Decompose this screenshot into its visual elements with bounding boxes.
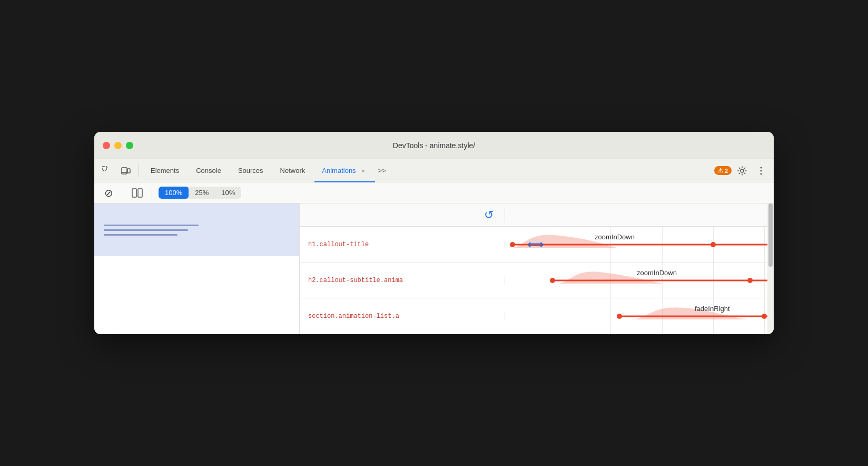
preview-animation [104, 225, 199, 236]
tab-more-button[interactable]: >> [378, 167, 386, 174]
pause-icon: ⊘ [104, 187, 113, 199]
svg-point-6 [741, 169, 744, 172]
tab-bar: Elements Console Sources Network Animati… [94, 159, 774, 182]
anim-dot-2a [550, 278, 555, 283]
anim-line-2 [551, 279, 768, 281]
tab-divider-1 [139, 164, 139, 177]
svg-point-9 [761, 173, 762, 174]
preview-line-1 [104, 225, 199, 226]
close-button[interactable] [103, 142, 110, 149]
anim-dot-1b [711, 242, 716, 247]
svg-rect-3 [122, 168, 127, 174]
toolbar-divider-1 [123, 188, 123, 198]
warning-badge[interactable]: ⚠ 2 [714, 166, 732, 175]
device-toggle-button[interactable] [117, 162, 134, 179]
replay-icon: ↺ [484, 208, 494, 222]
title-bar: DevTools - animate.style/ [94, 132, 774, 159]
scrollbar-thumb[interactable] [768, 203, 773, 267]
maximize-button[interactable] [126, 142, 133, 149]
animation-row-3[interactable]: section.animation-list.a [300, 298, 774, 334]
animation-row-2[interactable]: h2.callout-subtitle.anima [300, 263, 774, 298]
anim-track-2: zoomInDown [505, 263, 774, 298]
timeline-header: ↺ 0 250 ms 500 ms 750 ms 1.00 s 1.25 s 1… [300, 203, 774, 227]
svg-point-8 [761, 170, 762, 171]
speed-selector: 100% 25% 10% [159, 187, 241, 199]
anim-dot-1a [510, 242, 515, 247]
warning-icon: ⚠ [718, 167, 723, 174]
device-icon [121, 166, 131, 176]
anim-line-1 [511, 244, 768, 245]
anim-label-2: h2.callout-subtitle.anima [300, 277, 505, 284]
anim-dot-3a [617, 314, 622, 319]
anim-curve-1 [511, 231, 774, 249]
devtools-body: Elements Console Sources Network Animati… [94, 159, 774, 334]
gear-icon [737, 166, 747, 176]
anim-curve-3 [632, 303, 774, 321]
inspector-icon [102, 166, 112, 176]
tab-console[interactable]: Console [189, 159, 229, 182]
more-tabs-icon: >> [378, 167, 386, 174]
anim-track-3: fadeInRight [505, 298, 774, 334]
window-title: DevTools - animate.style/ [393, 141, 475, 150]
columns-icon [132, 188, 143, 198]
pause-button[interactable]: ⊘ [101, 185, 116, 201]
anim-dot-2b [747, 278, 753, 283]
timeline-rows: h1.callout-title ⟺ [300, 227, 774, 334]
scrollbar-track [767, 203, 774, 334]
more-options-button[interactable] [753, 162, 770, 179]
svg-rect-0 [103, 167, 106, 170]
traffic-lights [103, 142, 133, 149]
anim-label-1: h1.callout-title [300, 241, 505, 248]
svg-rect-11 [138, 189, 142, 197]
svg-rect-4 [127, 169, 130, 173]
animation-row-1[interactable]: h1.callout-title ⟺ [300, 227, 774, 263]
toolbar-divider-2 [152, 188, 152, 198]
kebab-menu-icon [760, 167, 762, 175]
minimize-button[interactable] [114, 142, 122, 149]
anim-track-1: ⟺ zoomInDown [505, 227, 774, 262]
speed-10-button[interactable]: 10% [215, 187, 241, 199]
anim-line-3 [618, 315, 768, 317]
main-content: ↺ 0 250 ms 500 ms 750 ms 1.00 s 1.25 s 1… [94, 203, 774, 334]
left-panel [94, 203, 300, 334]
speed-100-button[interactable]: 100% [159, 187, 189, 199]
settings-button[interactable] [734, 162, 751, 179]
anim-dot-3b [762, 314, 767, 319]
tab-network[interactable]: Network [273, 159, 313, 182]
svg-point-7 [761, 167, 762, 168]
animations-toolbar: ⊘ 100% 25% 10% [94, 182, 774, 203]
animation-preview [94, 203, 299, 256]
anim-curve-2 [558, 267, 774, 285]
warning-count: 2 [725, 168, 728, 174]
tab-sources[interactable]: Sources [231, 159, 271, 182]
tab-animations[interactable]: Animations × [314, 159, 374, 182]
timeline-container: ↺ 0 250 ms 500 ms 750 ms 1.00 s 1.25 s 1… [300, 203, 774, 334]
timeline-replay-area: ↺ [300, 208, 505, 222]
inspector-icon-button[interactable] [98, 162, 115, 179]
tab-elements[interactable]: Elements [143, 159, 186, 182]
tab-close-icon[interactable]: × [359, 167, 368, 175]
screencapture-button[interactable] [130, 185, 145, 201]
speed-25-button[interactable]: 25% [189, 187, 215, 199]
devtools-window: DevTools - animate.style/ [94, 132, 774, 334]
anim-label-3: section.animation-list.a [300, 313, 505, 320]
replay-button[interactable]: ↺ [481, 208, 496, 222]
preview-line-3 [104, 234, 177, 236]
svg-rect-10 [132, 189, 136, 197]
preview-line-2 [104, 229, 188, 231]
